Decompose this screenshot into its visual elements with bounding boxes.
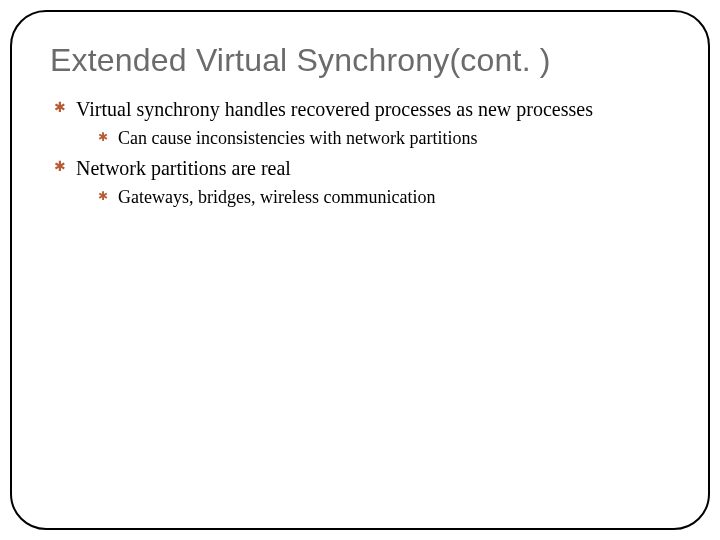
sub-bullet-text: Gateways, bridges, wireless communicatio… (118, 187, 435, 207)
sub-bullet-text: Can cause inconsistencies with network p… (118, 128, 477, 148)
bullet-item: Virtual synchrony handles recovered proc… (54, 97, 670, 150)
slide-frame: Extended Virtual Synchrony(cont. ) Virtu… (10, 10, 710, 530)
bullet-item: Network partitions are real Gateways, br… (54, 156, 670, 209)
bullet-list: Virtual synchrony handles recovered proc… (50, 97, 670, 209)
sub-bullet-item: Gateways, bridges, wireless communicatio… (98, 186, 670, 209)
bullet-text: Network partitions are real (76, 157, 291, 179)
sub-bullet-list: Can cause inconsistencies with network p… (76, 127, 670, 150)
slide-title: Extended Virtual Synchrony(cont. ) (50, 42, 670, 79)
sub-bullet-item: Can cause inconsistencies with network p… (98, 127, 670, 150)
bullet-text: Virtual synchrony handles recovered proc… (76, 98, 593, 120)
sub-bullet-list: Gateways, bridges, wireless communicatio… (76, 186, 670, 209)
